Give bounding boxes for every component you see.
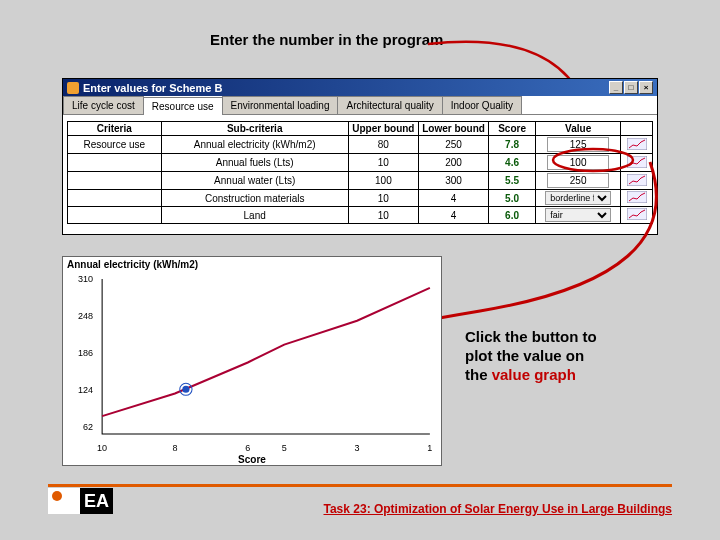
chart-ytick: 186 [67, 348, 93, 358]
svg-point-8 [182, 386, 189, 393]
plot-button[interactable] [627, 191, 647, 203]
chart-xlabel: Score [63, 454, 441, 465]
plot-button-cell [621, 136, 653, 154]
value-cell: borderline fair [535, 190, 620, 207]
upper-bound-cell: 80 [348, 136, 418, 154]
criteria-table: Criteria Sub-criteria Upper bound Lower … [67, 121, 653, 224]
col-score: Score [489, 122, 536, 136]
subcriteria-cell: Annual electricity (kWh/m2) [161, 136, 348, 154]
col-criteria: Criteria [68, 122, 162, 136]
value-chart: Annual electricity (kWh/m2) 310248186124… [62, 256, 442, 466]
callout-line3a: the [465, 366, 492, 383]
chart-plot-area: 310248186124621086531 [97, 274, 435, 439]
col-plot-button [621, 122, 653, 136]
tab-architectural-quality[interactable]: Architectural quality [337, 96, 442, 114]
upper-bound-cell: 10 [348, 190, 418, 207]
lower-bound-cell: 4 [418, 207, 488, 224]
tab-resource-use[interactable]: Resource use [143, 97, 223, 115]
col-value: Value [535, 122, 620, 136]
tab-indoor-quality[interactable]: Indoor Quality [442, 96, 522, 114]
score-cell: 4.6 [489, 154, 536, 172]
col-upper-bound: Upper bound [348, 122, 418, 136]
score-cell: 5.0 [489, 190, 536, 207]
callout-line3b: value graph [492, 366, 576, 383]
value-select[interactable]: borderline fair [545, 191, 611, 205]
app-icon [67, 82, 79, 94]
criteria-cell [68, 154, 162, 172]
score-cell: 5.5 [489, 172, 536, 190]
tab-bar: Life cycle costResource useEnvironmental… [63, 96, 657, 115]
value-input[interactable] [547, 137, 609, 152]
window-title: Enter values for Scheme B [83, 82, 222, 94]
chart-xtick: 10 [97, 443, 107, 453]
plot-button-cell [621, 172, 653, 190]
footer-caption: Task 23: Optimization of Solar Energy Us… [323, 502, 672, 516]
table-row: Annual water (Lts)1003005.5 [68, 172, 653, 190]
callout-click-plot: Click the button to plot the value on th… [465, 328, 655, 384]
close-button[interactable]: × [639, 81, 653, 94]
plot-button[interactable] [627, 174, 647, 186]
plot-button-cell [621, 154, 653, 172]
chart-ytick: 124 [67, 385, 93, 395]
window-titlebar: Enter values for Scheme B _ □ × [63, 79, 657, 96]
upper-bound-cell: 10 [348, 154, 418, 172]
window-controls: _ □ × [609, 81, 653, 94]
criteria-cell [68, 207, 162, 224]
subcriteria-cell: Land [161, 207, 348, 224]
callout-line2: plot the value on [465, 347, 584, 364]
table-row: Annual fuels (Lts)102004.6 [68, 154, 653, 172]
chart-xtick: 8 [172, 443, 177, 453]
lower-bound-cell: 300 [418, 172, 488, 190]
svg-rect-2 [627, 156, 647, 168]
value-cell: fair [535, 207, 620, 224]
minimize-button[interactable]: _ [609, 81, 623, 94]
maximize-button[interactable]: □ [624, 81, 638, 94]
instruction-enter-number: Enter the number in the program [210, 31, 443, 48]
col-lower-bound: Lower bound [418, 122, 488, 136]
subcriteria-cell: Construction materials [161, 190, 348, 207]
value-cell [535, 154, 620, 172]
criteria-cell [68, 172, 162, 190]
plot-button[interactable] [627, 138, 647, 150]
plot-button[interactable] [627, 208, 647, 220]
criteria-cell: Resource use [68, 136, 162, 154]
table-row: Land1046.0fair [68, 207, 653, 224]
table-row: Construction materials1045.0borderline f… [68, 190, 653, 207]
value-input[interactable] [547, 155, 609, 170]
score-cell: 6.0 [489, 207, 536, 224]
chart-xtick: 5 [282, 443, 287, 453]
plot-button[interactable] [627, 156, 647, 168]
lower-bound-cell: 250 [418, 136, 488, 154]
slide-footer: EA Task 23: Optimization of Solar Energy… [48, 472, 672, 512]
lower-bound-cell: 200 [418, 154, 488, 172]
lower-bound-cell: 4 [418, 190, 488, 207]
tab-environmental-loading[interactable]: Environmental loading [222, 96, 339, 114]
criteria-cell [68, 190, 162, 207]
tab-life-cycle-cost[interactable]: Life cycle cost [63, 96, 144, 114]
plot-button-cell [621, 207, 653, 224]
sun-icon [52, 491, 62, 501]
upper-bound-cell: 100 [348, 172, 418, 190]
svg-rect-3 [627, 174, 647, 186]
value-input[interactable] [547, 173, 609, 188]
chart-ytick: 310 [67, 274, 93, 284]
chart-title: Annual electricity (kWh/m2) [63, 257, 441, 272]
upper-bound-cell: 10 [348, 207, 418, 224]
subcriteria-cell: Annual water (Lts) [161, 172, 348, 190]
chart-ytick: 248 [67, 311, 93, 321]
plot-button-cell [621, 190, 653, 207]
score-cell: 7.8 [489, 136, 536, 154]
footer-divider [48, 484, 672, 487]
chart-xtick: 1 [427, 443, 432, 453]
logo-text: EA [80, 488, 113, 514]
svg-rect-5 [627, 208, 647, 220]
callout-line1: Click the button to [465, 328, 597, 345]
value-select[interactable]: fair [545, 208, 611, 222]
footer-logo: EA [48, 488, 113, 514]
value-cell [535, 136, 620, 154]
criteria-table-area: Criteria Sub-criteria Upper bound Lower … [63, 115, 657, 234]
chart-xtick: 3 [355, 443, 360, 453]
svg-rect-4 [627, 191, 647, 203]
scheme-values-window: Enter values for Scheme B _ □ × Life cyc… [62, 78, 658, 235]
chart-xtick: 6 [245, 443, 250, 453]
